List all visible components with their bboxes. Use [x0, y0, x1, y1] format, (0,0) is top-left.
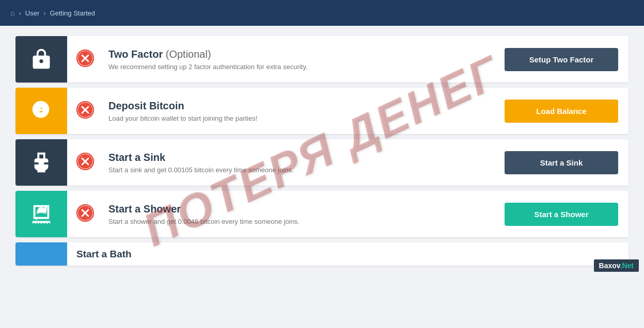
start-sink-description: Start a sink and get 0.00105 bitcoin eve…	[108, 166, 489, 174]
two-factor-icon-block	[15, 36, 67, 83]
start-sink-card: Start a Sink Start a sink and get 0.0010…	[15, 139, 629, 186]
setup-two-factor-button[interactable]: Setup Two Factor	[505, 48, 618, 71]
start-sink-button[interactable]: Start a Sink	[505, 151, 618, 174]
start-bath-icon-block	[15, 242, 67, 266]
two-factor-status-icon	[76, 50, 94, 69]
lock-icon	[30, 48, 53, 71]
shower-icon	[29, 202, 53, 226]
breadcrumb-user[interactable]: User	[25, 9, 39, 17]
baxov-net-text: .Net	[620, 261, 634, 270]
two-factor-description: We recommend setting up 2 factor authent…	[108, 63, 489, 71]
start-shower-button[interactable]: Start a Shower	[505, 203, 618, 226]
two-factor-action: Setup Two Factor	[494, 48, 629, 71]
baxov-watermark: Baxov.Net	[594, 259, 639, 272]
deposit-bitcoin-card: ₿ Deposit Bitcoin Load your bitcoin wall…	[15, 88, 629, 134]
start-shower-card: Start a Shower Start a shower and get 0.…	[15, 191, 629, 237]
breadcrumb-separator-1: ›	[19, 9, 21, 17]
start-sink-title: Start a Sink	[108, 152, 489, 163]
svg-text:₿: ₿	[38, 104, 43, 116]
two-factor-card: Two Factor (Optional) We recommend setti…	[15, 36, 629, 83]
start-bath-title-partial: Start a Bath	[67, 243, 141, 265]
main-content: Two Factor (Optional) We recommend setti…	[0, 26, 644, 276]
start-sink-body: Start a Sink Start a sink and get 0.0010…	[103, 144, 494, 182]
two-factor-optional: (Optional)	[166, 48, 211, 60]
baxov-text: Baxov	[599, 261, 620, 270]
deposit-bitcoin-status-icon	[76, 101, 94, 121]
start-shower-status-icon	[76, 204, 94, 224]
start-shower-icon-block	[15, 191, 67, 237]
breadcrumb-getting-started: Getting Started	[50, 9, 95, 17]
start-shower-body: Start a Shower Start a shower and get 0.…	[103, 195, 494, 233]
start-shower-action: Start a Shower	[494, 203, 629, 226]
deposit-bitcoin-icon-block: ₿	[15, 88, 67, 134]
two-factor-title: Two Factor (Optional)	[108, 48, 489, 60]
start-sink-action: Start a Sink	[494, 151, 629, 174]
deposit-bitcoin-action: Load Balance	[494, 100, 629, 123]
deposit-bitcoin-description: Load your bitcoin wallet to start joinin…	[108, 114, 489, 122]
breadcrumb-separator-2: ›	[43, 9, 45, 17]
start-shower-title: Start a Shower	[108, 203, 489, 215]
start-sink-icon-block	[15, 139, 67, 186]
deposit-bitcoin-body: Deposit Bitcoin Load your bitcoin wallet…	[103, 92, 494, 130]
top-navigation-bar: ⌂ › User › Getting Started	[0, 0, 644, 26]
start-shower-description: Start a shower and get 0.0046 bitcoin ev…	[108, 218, 489, 225]
start-bath-card-partial: Start a Bath	[15, 242, 629, 266]
load-balance-button[interactable]: Load Balance	[505, 100, 618, 123]
two-factor-body: Two Factor (Optional) We recommend setti…	[103, 41, 494, 78]
bitcoin-icon: ₿	[29, 99, 53, 123]
home-icon[interactable]: ⌂	[10, 9, 14, 17]
sink-icon	[29, 151, 53, 174]
deposit-bitcoin-title: Deposit Bitcoin	[108, 100, 489, 112]
start-sink-status-icon	[76, 153, 94, 172]
svg-rect-13	[44, 205, 47, 212]
